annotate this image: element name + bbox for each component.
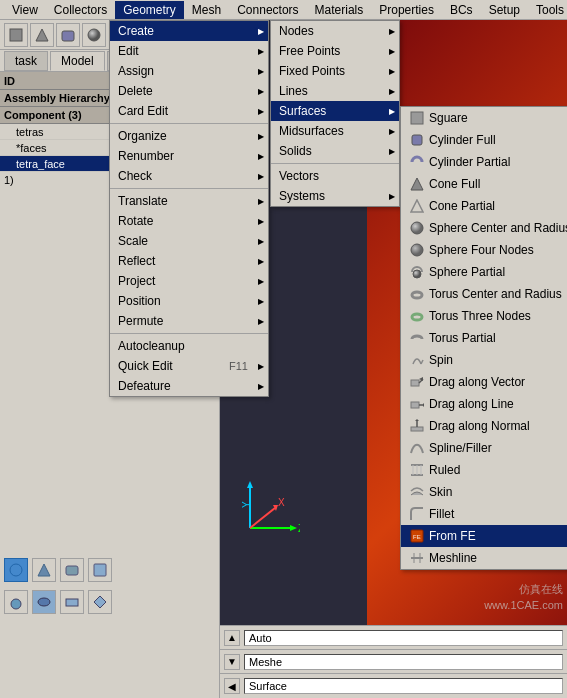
skin-icon (409, 484, 425, 500)
menu-connectors[interactable]: Connectors (229, 1, 306, 19)
svg-marker-11 (94, 596, 106, 608)
surface-cylinder-partial-label: Cylinder Partial (429, 155, 510, 169)
menu-item-permute[interactable]: Permute (110, 311, 268, 331)
icon-btn-d[interactable] (88, 558, 112, 582)
svg-text:Y: Y (241, 501, 252, 508)
icon-btn-b[interactable] (32, 558, 56, 582)
menu-item-card-edit[interactable]: Card Edit (110, 101, 268, 121)
tab-model[interactable]: Model (50, 51, 105, 71)
surface-drag-normal[interactable]: Drag along Normal (401, 415, 567, 437)
surface-torus-three-nodes[interactable]: Torus Three Nodes (401, 305, 567, 327)
menu-item-renumber[interactable]: Renumber (110, 146, 268, 166)
surface-drag-line[interactable]: Drag along Line (401, 393, 567, 415)
icon-btn-e[interactable] (4, 590, 28, 614)
surface-cylinder-partial[interactable]: Cylinder Partial (401, 151, 567, 173)
menu-item-autocleanup[interactable]: Autocleanup (110, 336, 268, 356)
surface-sphere-four-nodes[interactable]: Sphere Four Nodes (401, 239, 567, 261)
icon-btn-f[interactable] (32, 590, 56, 614)
create-nodes[interactable]: Nodes (271, 21, 399, 41)
icon-btn-g[interactable] (60, 590, 84, 614)
surface-cylinder-full[interactable]: Cylinder Full (401, 129, 567, 151)
menu-setup[interactable]: Setup (481, 1, 528, 19)
from-fe-label: From FE (429, 529, 476, 543)
create-solids[interactable]: Solids (271, 141, 399, 161)
menu-item-defeature[interactable]: Defeature (110, 376, 268, 396)
scroll-left-btn[interactable]: ◀ (224, 678, 240, 694)
svg-marker-5 (38, 564, 50, 576)
menu-item-reflect[interactable]: Reflect (110, 251, 268, 271)
mesh-field[interactable]: Meshe (244, 654, 563, 670)
menu-item-edit[interactable]: Edit (110, 41, 268, 61)
svg-line-30 (421, 360, 423, 364)
create-midsurfaces[interactable]: Midsurfaces (271, 121, 399, 141)
fillet-label: Fillet (429, 507, 454, 521)
menu-item-rotate[interactable]: Rotate (110, 211, 268, 231)
menu-properties[interactable]: Properties (371, 1, 442, 19)
menu-collectors[interactable]: Collectors (46, 1, 115, 19)
svg-point-29 (412, 314, 422, 320)
surface-meshline[interactable]: Meshline (401, 547, 567, 569)
menu-item-create[interactable]: Create (110, 21, 268, 41)
menu-item-check[interactable]: Check (110, 166, 268, 186)
menu-bcs[interactable]: BCs (442, 1, 481, 19)
create-systems[interactable]: Systems (271, 186, 399, 206)
svg-marker-13 (290, 525, 297, 531)
toolbar-btn-4[interactable] (82, 23, 106, 47)
surface-torus-partial[interactable]: Torus Partial (401, 327, 567, 349)
create-vectors[interactable]: Vectors (271, 166, 399, 186)
auto-field[interactable]: Auto (244, 630, 563, 646)
menu-tools[interactable]: Tools (528, 1, 567, 19)
spline-filler-label: Spline/Filler (429, 441, 492, 455)
svg-rect-37 (411, 427, 423, 431)
scroll-up-btn[interactable]: ▲ (224, 630, 240, 646)
sphere-center-radius-icon (409, 220, 425, 236)
surface-ruled[interactable]: Ruled (401, 459, 567, 481)
surface-from-fe[interactable]: FE From FE (401, 525, 567, 547)
cylinder-partial-icon (409, 154, 425, 170)
icon-btn-c[interactable] (60, 558, 84, 582)
surface-square[interactable]: Sguare (401, 107, 567, 129)
create-fixed-points[interactable]: Fixed Points (271, 61, 399, 81)
menu-item-organize[interactable]: Organize (110, 126, 268, 146)
menu-item-scale[interactable]: Scale (110, 231, 268, 251)
torus-three-nodes-label: Torus Three Nodes (429, 309, 531, 323)
surface-drag-vector[interactable]: Drag along Vector (401, 371, 567, 393)
tab-task[interactable]: task (4, 51, 48, 71)
sphere-partial-icon (409, 264, 425, 280)
menu-item-position[interactable]: Position (110, 291, 268, 311)
toolbar-btn-2[interactable] (30, 23, 54, 47)
menu-mesh[interactable]: Mesh (184, 1, 229, 19)
menu-item-quick-edit[interactable]: Quick EditF11 (110, 356, 268, 376)
surface-spin[interactable]: Spin (401, 349, 567, 371)
svg-rect-10 (66, 599, 78, 606)
menu-geometry[interactable]: Geometry (115, 1, 184, 19)
menu-item-translate[interactable]: Translate (110, 191, 268, 211)
menu-item-delete[interactable]: Delete (110, 81, 268, 101)
create-surfaces[interactable]: Surfaces (271, 101, 399, 121)
surface-field[interactable]: Surface (244, 678, 563, 694)
menu-materials[interactable]: Materials (307, 1, 372, 19)
surface-cylinder-full-label: Cylinder Full (429, 133, 496, 147)
surface-torus-center-radius[interactable]: Torus Center and Radius (401, 283, 567, 305)
svg-rect-0 (10, 29, 22, 41)
icon-btn-h[interactable] (88, 590, 112, 614)
bottom-icons-area (0, 554, 219, 618)
toolbar-btn-3[interactable] (56, 23, 80, 47)
surface-spline-filler[interactable]: Spline/Filler (401, 437, 567, 459)
surface-cone-full[interactable]: Cone Full (401, 173, 567, 195)
scroll-down-btn[interactable]: ▼ (224, 654, 240, 670)
surface-fillet[interactable]: Fillet (401, 503, 567, 525)
surface-sphere-partial[interactable]: Sphere Partial (401, 261, 567, 283)
surface-cone-partial[interactable]: Cone Partial (401, 195, 567, 217)
surface-sphere-center-radius[interactable]: Sphere Center and Radius (401, 217, 567, 239)
menu-item-project[interactable]: Project (110, 271, 268, 291)
skin-label: Skin (429, 485, 452, 499)
svg-point-27 (413, 270, 421, 278)
icon-btn-a[interactable] (4, 558, 28, 582)
create-free-points[interactable]: Free Points (271, 41, 399, 61)
surface-skin[interactable]: Skin (401, 481, 567, 503)
menu-view[interactable]: View (4, 1, 46, 19)
toolbar-btn-1[interactable] (4, 23, 28, 47)
create-lines[interactable]: Lines (271, 81, 399, 101)
menu-item-assign[interactable]: Assign (110, 61, 268, 81)
